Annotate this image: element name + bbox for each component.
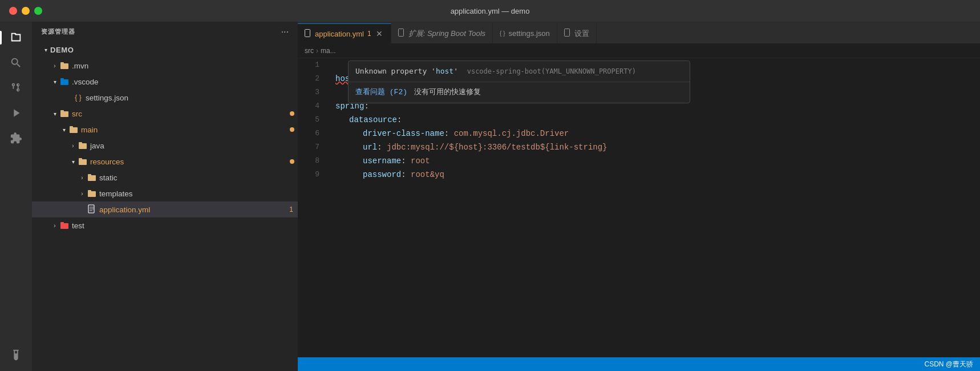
tree-item-settings-json[interactable]: { } settings.json: [32, 90, 298, 106]
main-layout: 资源管理器 ··· ▾ DEMO › .mvn ▾: [0, 22, 980, 371]
code-token-colon-5: :: [397, 113, 402, 127]
svg-rect-23: [398, 29, 403, 37]
arrow-icon: ▾: [59, 127, 68, 133]
code-token-driver: driver-class-name: [363, 127, 444, 140]
svg-rect-24: [564, 29, 569, 37]
svg-rect-7: [70, 126, 73, 128]
tree-item-src[interactable]: ▾ src: [32, 106, 298, 122]
code-token-colon-6: :: [444, 127, 454, 140]
arrow-icon: ›: [50, 63, 59, 69]
breadcrumb-main: ma...: [321, 47, 336, 55]
svg-rect-9: [79, 142, 82, 144]
tab-application-yml-label: application.yml: [315, 30, 364, 38]
src-modified-dot: [290, 111, 294, 116]
hover-no-fix-label: 没有可用的快速修复: [414, 86, 481, 99]
code-token-colon-7: :: [377, 140, 387, 154]
arrow-icon: ›: [78, 191, 87, 197]
breadcrumb-src: src: [305, 47, 314, 55]
tree-item-test[interactable]: › test: [32, 217, 298, 233]
doc-tab-icon: [398, 29, 405, 38]
run-activity-icon[interactable]: [5, 102, 27, 124]
tree-item-resources[interactable]: ▾ resources: [32, 154, 298, 170]
hover-popup-message: Unknown property 'host' vscode-spring-bo…: [349, 61, 690, 82]
line-num-5: 5: [307, 113, 319, 127]
line-num-7: 7: [307, 140, 319, 154]
tab-spring-boot-tools[interactable]: 扩展: Spring Boot Tools: [391, 23, 493, 43]
tree-item-static[interactable]: › static: [32, 170, 298, 186]
svg-rect-0: [60, 63, 68, 69]
sidebar-more-button[interactable]: ···: [281, 27, 289, 37]
settings-tab-icon: [564, 29, 571, 38]
source-control-activity-icon[interactable]: [5, 76, 27, 99]
svg-rect-15: [88, 190, 91, 192]
file-tree: ▾ DEMO › .mvn ▾ .vscode: [32, 42, 298, 371]
resources-modified-dot: [290, 159, 294, 164]
application-yml-badge: 1: [289, 205, 293, 213]
files-activity-icon[interactable]: [5, 26, 27, 49]
vscode-label: .vscode: [72, 78, 298, 86]
code-token-colon-9: :: [401, 168, 411, 182]
tab-application-yml[interactable]: application.yml 1 ✕: [298, 23, 391, 43]
src-label: src: [72, 110, 181, 118]
code-token-url: url: [363, 140, 377, 154]
test-label: test: [72, 221, 298, 230]
svg-rect-4: [60, 111, 68, 117]
maximize-button[interactable]: [34, 7, 42, 15]
tree-item-mvn[interactable]: › .mvn: [32, 58, 298, 74]
hover-popup: Unknown property 'host' vscode-spring-bo…: [348, 61, 690, 103]
tree-item-application-yml[interactable]: application.yml 1: [32, 201, 298, 217]
extensions-activity-icon[interactable]: [5, 127, 27, 150]
line-num-1: 1: [307, 58, 319, 72]
test-folder-icon: [59, 220, 70, 231]
sidebar-title: 资源管理器: [41, 27, 75, 36]
yaml-tab-icon: [305, 29, 311, 39]
application-yml-label: application.yml: [99, 205, 195, 214]
code-line-6: driver-class-name: com.mysql.cj.jdbc.Dri…: [335, 127, 980, 140]
settings-json-label: settings.json: [86, 94, 298, 102]
tab-settings-json-label: settings.json: [509, 29, 550, 38]
status-bar: CSDN @曹天骄: [298, 357, 980, 371]
line-num-6: 6: [307, 127, 319, 140]
tree-item-main[interactable]: ▾ main: [32, 122, 298, 138]
tree-item-vscode[interactable]: ▾ .vscode: [32, 74, 298, 90]
svg-rect-6: [70, 127, 78, 133]
src-folder-icon: [59, 108, 70, 119]
title-bar: application.yml — demo: [0, 0, 980, 22]
hover-view-problem-button[interactable]: 查看问题 (F2): [355, 86, 407, 99]
tab-badge: 1: [367, 30, 371, 38]
svg-rect-10: [79, 159, 87, 165]
mvn-label: .mvn: [72, 62, 298, 70]
sidebar: 资源管理器 ··· ▾ DEMO › .mvn ▾: [32, 22, 298, 371]
search-activity-icon[interactable]: [5, 51, 27, 74]
code-token-username-val: root: [411, 154, 430, 168]
tab-settings[interactable]: 设置: [557, 23, 597, 43]
breadcrumb: src › ma...: [298, 43, 980, 58]
svg-rect-1: [60, 62, 64, 64]
mvn-folder-icon: [59, 61, 70, 71]
tree-item-java[interactable]: › java: [32, 138, 298, 154]
code-token-driver-val: com.mysql.cj.jdbc.Driver: [454, 127, 569, 140]
resources-label: resources: [90, 158, 190, 166]
tab-close-button[interactable]: ✕: [375, 29, 384, 38]
flask-activity-icon[interactable]: [5, 344, 27, 366]
window-title: application.yml — demo: [451, 7, 530, 15]
tree-item-templates[interactable]: › templates: [32, 186, 298, 201]
line-num-2: 2: [307, 72, 319, 86]
tab-settings-json[interactable]: { } settings.json: [493, 23, 557, 43]
tree-item-demo[interactable]: ▾ DEMO: [32, 42, 298, 58]
activity-bar: [0, 22, 32, 371]
templates-folder-icon: [87, 188, 97, 199]
arrow-icon: ›: [78, 175, 87, 181]
svg-rect-14: [88, 191, 96, 197]
code-line-7: url: jdbc:mysql://${host}:3306/testdb${l…: [335, 140, 980, 154]
main-folder-icon: [68, 124, 79, 135]
svg-rect-11: [79, 158, 82, 160]
json-file-icon: { }: [73, 94, 83, 102]
close-button[interactable]: [9, 7, 17, 15]
code-token-password-val: root&yq: [411, 168, 444, 182]
minimize-button[interactable]: [22, 7, 30, 15]
static-label: static: [99, 174, 298, 182]
hover-prop-name: host: [436, 67, 453, 75]
line-num-9: 9: [307, 168, 319, 182]
editor-content[interactable]: Unknown property 'host' vscode-spring-bo…: [298, 58, 980, 357]
